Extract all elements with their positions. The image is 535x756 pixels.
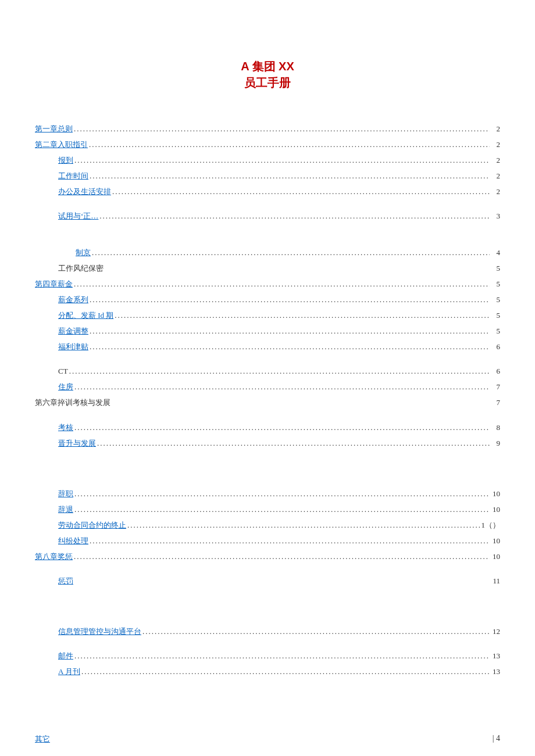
toc-entry: 第八章奖惩...................................… (35, 550, 500, 563)
toc-entry: 惩罚......................................… (35, 575, 500, 587)
toc-entry: 第二章入职指引.................................… (35, 138, 500, 151)
toc-entry: 办公及生活安排.................................… (35, 185, 500, 198)
toc-entry-label[interactable]: 第八章奖惩 (35, 550, 73, 563)
toc-entry-label[interactable]: 薪金系列 (58, 293, 88, 306)
toc-leader-dots: ........................................… (112, 185, 490, 198)
toc-entry-label[interactable]: 辞退 (58, 503, 73, 516)
toc-leader-dots: ........................................… (90, 341, 490, 353)
toc-entry: 薪金系列....................................… (35, 293, 500, 306)
toc-leader-dots: ........................................… (74, 154, 490, 167)
toc-entry-label[interactable]: 纠纷处理 (58, 535, 88, 547)
toc-entry: 辞退......................................… (35, 503, 500, 516)
toc-entry-page: 7 (491, 381, 500, 393)
toc-entry: 报到......................................… (35, 154, 500, 167)
toc-leader-dots: ........................................… (74, 381, 490, 393)
toc-entry-label[interactable]: 福利津贴 (58, 341, 88, 353)
toc-entry-label[interactable]: 劳动合同合约的终止 (58, 519, 126, 532)
toc-leader-dots: ........................................… (81, 665, 490, 678)
toc-entry-label[interactable]: 第一章总则 (35, 123, 73, 135)
toc-entry: 信息管理管控与沟通平台.............................… (35, 625, 500, 638)
title-line-1: A 集团 XX (35, 58, 500, 74)
toc-entry-label[interactable]: 报到 (58, 154, 73, 167)
toc-entry-label: 第六章捽训考核与发展 (35, 396, 110, 409)
toc-entry: 第四章薪金...................................… (35, 278, 500, 291)
toc-entry-label[interactable]: 晋升与发展 (58, 437, 96, 450)
toc-entry: 晋升与发展...................................… (35, 437, 500, 450)
toc-entry-page: 10 (491, 503, 500, 516)
toc-entry-label: CT (58, 365, 68, 378)
toc-entry: 福利津贴....................................… (35, 341, 500, 353)
toc-entry: 劳动合同合约的终止...............................… (35, 519, 500, 532)
toc-leader-dots: ........................................… (90, 325, 490, 338)
toc-entry-page: 2 (491, 138, 500, 151)
toc-entry: 邮件......................................… (35, 650, 500, 662)
toc-leader-dots: ........................................… (69, 365, 490, 378)
toc-entry-page: 4 (491, 246, 500, 259)
toc-leader-dots: ........................................… (74, 503, 490, 516)
toc-leader-dots: ........................................… (90, 293, 490, 306)
footer-left-link[interactable]: 其它 (35, 734, 50, 744)
toc-entry-page: 12 (491, 625, 500, 638)
toc-leader-dots: ........................................… (89, 138, 490, 151)
toc-leader-dots: ........................................… (74, 488, 490, 500)
toc-entry-page: 11 (491, 575, 500, 587)
toc-leader-dots: ........................................… (90, 535, 490, 547)
toc-entry-label[interactable]: 第四章薪金 (35, 278, 73, 291)
toc-entry: 薪金调整....................................… (35, 325, 500, 338)
toc-entry-page: 2 (491, 185, 500, 198)
toc-entry-label[interactable]: 办公及生活安排 (58, 185, 111, 198)
toc-leader-dots: ........................................… (127, 519, 480, 532)
toc-entry-page: 2 (491, 154, 500, 167)
toc-entry-label[interactable]: 薪金调整 (58, 325, 88, 338)
toc-entry-label[interactable]: 住房 (58, 381, 73, 393)
toc-entry-label[interactable]: 辞职 (58, 488, 73, 500)
toc-entry-page: 6 (491, 341, 500, 353)
toc-entry: 第一章总则...................................… (35, 123, 500, 135)
document-title-block: A 集团 XX 员工手册 (35, 58, 500, 91)
toc-entry-page: 10 (491, 488, 500, 500)
toc-entry-page: 6 (491, 365, 500, 378)
toc-entry-label[interactable]: 分配、发薪 Id 期 (58, 309, 113, 322)
title-line-2: 员工手册 (35, 74, 500, 91)
toc-entry-page: 5 (491, 325, 500, 338)
toc-leader-dots: ........................................… (115, 309, 490, 322)
toc-entry: 住房......................................… (35, 381, 500, 393)
toc-entry-page: 5 (491, 262, 500, 275)
toc-entry-label[interactable]: 信息管理管控与沟通平台 (58, 625, 141, 638)
toc-entry-page: 2 (491, 123, 500, 135)
toc-entry-page: 7 (491, 396, 500, 409)
toc-entry-label[interactable]: 第二章入职指引 (35, 138, 88, 151)
toc-entry-page: 5 (491, 309, 500, 322)
toc-entry: A 月刊....................................… (35, 665, 500, 678)
toc-entry-page: 13 (491, 650, 500, 662)
toc-entry-label[interactable]: 惩罚 (58, 575, 73, 587)
toc-entry-page: 2 (491, 170, 500, 182)
toc-entry-page: 1（） (482, 519, 501, 532)
toc-entry-label[interactable]: 试用与‘正… (58, 210, 98, 223)
toc-leader-dots: ........................................… (74, 650, 490, 662)
toc-leader-dots: ........................................… (74, 278, 490, 291)
toc-entry-page: 13 (491, 665, 500, 678)
toc-leader-dots: ........................................… (74, 421, 490, 434)
toc-leader-dots: ........................................… (99, 210, 490, 223)
toc-entry-page: 10 (491, 535, 500, 547)
toc-entry-page: 10 (491, 550, 500, 563)
toc-entry-label[interactable]: 考核 (58, 421, 73, 434)
toc-entry: 试用与‘正…..................................… (35, 210, 500, 223)
toc-entry: 考核......................................… (35, 421, 500, 434)
toc-entry-page: 5 (491, 293, 500, 306)
toc-leader-dots: ........................................… (92, 246, 490, 259)
toc-leader-dots: ........................................… (90, 170, 490, 182)
footer-page-indicator: | 4 (493, 734, 500, 744)
toc-entry-page: 8 (491, 421, 500, 434)
toc-leader-dots: ........................................… (142, 625, 490, 638)
toc-entry-label[interactable]: 工作时间 (58, 170, 88, 182)
toc-entry-label[interactable]: 邮件 (58, 650, 73, 662)
toc-entry-label[interactable]: A 月刊 (58, 665, 80, 678)
toc-entry-label[interactable]: 制京 (76, 246, 91, 259)
toc-leader-dots: ........................................… (74, 550, 490, 563)
toc-entry-page: 9 (491, 437, 500, 450)
toc-entry-page: 3 (491, 210, 500, 223)
toc-entry: 工作时间....................................… (35, 170, 500, 182)
toc-entry: 第六章捽训考核与发展..............................… (35, 396, 500, 409)
